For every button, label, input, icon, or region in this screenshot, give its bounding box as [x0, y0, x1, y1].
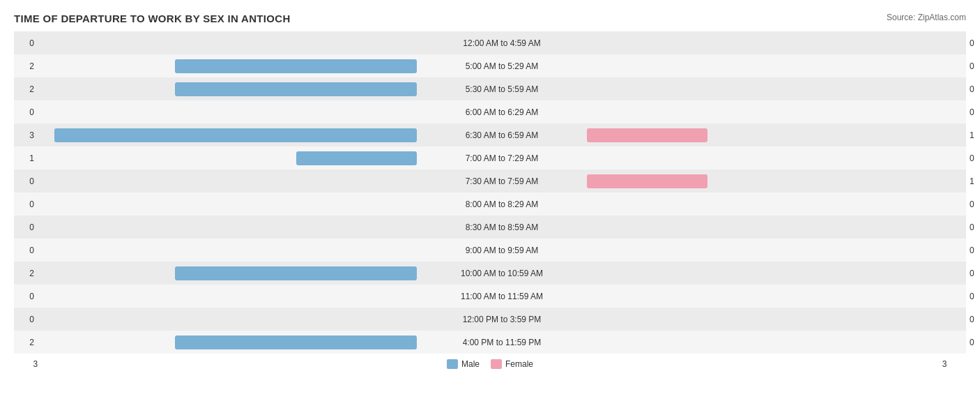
table-row: 1 7:00 AM to 7:29 AM 0 — [14, 146, 966, 169]
female-bar-container — [585, 151, 965, 165]
male-bar-container — [38, 151, 418, 165]
male-value: 0 — [14, 222, 38, 232]
male-bar-container — [38, 59, 418, 73]
male-value: 0 — [14, 176, 38, 186]
time-label: 5:30 AM to 5:59 AM — [418, 84, 585, 94]
male-bar-container — [38, 220, 418, 234]
legend-male-label: Male — [461, 359, 480, 369]
male-bar-container — [38, 243, 418, 257]
female-bar-container — [585, 82, 965, 96]
female-bar-container — [585, 266, 965, 280]
table-row: 2 4:00 PM to 11:59 PM 0 — [14, 331, 966, 354]
male-bar-container — [38, 82, 418, 96]
legend-female-label: Female — [505, 359, 533, 369]
female-value: 0 — [965, 246, 980, 255]
male-bar-container — [38, 128, 418, 142]
table-row: 0 6:00 AM to 6:29 AM 0 — [14, 100, 966, 123]
male-value: 2 — [14, 84, 38, 94]
male-bar — [296, 151, 417, 165]
time-label: 5:00 AM to 5:29 AM — [418, 61, 585, 71]
time-label: 7:30 AM to 7:59 AM — [418, 176, 585, 186]
time-label: 8:30 AM to 8:59 AM — [418, 222, 585, 232]
male-value: 2 — [14, 338, 38, 347]
table-row: 0 12:00 PM to 3:59 PM 0 — [14, 308, 966, 331]
male-bar-container — [38, 174, 418, 188]
table-row: 3 6:30 AM to 6:59 AM 1 — [14, 123, 966, 146]
male-value: 0 — [14, 38, 38, 48]
male-bar — [175, 335, 417, 349]
table-row: 0 12:00 AM to 4:59 AM 0 — [14, 31, 966, 54]
male-bar — [175, 82, 417, 96]
male-value: 0 — [14, 292, 38, 301]
footer-right-value: 3 — [942, 359, 966, 369]
chart-rows: 0 12:00 AM to 4:59 AM 0 2 5:00 AM to 5:2… — [14, 31, 966, 354]
male-bar — [175, 266, 417, 280]
time-label: 8:00 AM to 8:29 AM — [418, 199, 585, 209]
female-bar-container — [585, 289, 965, 303]
time-label: 10:00 AM to 10:59 AM — [418, 269, 585, 278]
legend-female-box — [491, 359, 502, 369]
time-label: 12:00 PM to 3:59 PM — [418, 315, 585, 324]
female-value: 1 — [965, 176, 980, 186]
chart-source: Source: ZipAtlas.com — [887, 13, 966, 22]
legend-female: Female — [491, 359, 533, 369]
female-bar-container — [585, 128, 965, 142]
male-bar-container — [38, 266, 418, 280]
legend: Male Female — [408, 359, 572, 369]
female-value: 0 — [965, 269, 980, 278]
female-value: 0 — [965, 61, 980, 71]
female-bar-container — [585, 197, 965, 211]
female-bar-container — [585, 335, 965, 349]
male-bar — [175, 59, 417, 73]
female-bar-container — [585, 220, 965, 234]
male-value: 0 — [14, 107, 38, 117]
female-value: 0 — [965, 199, 980, 209]
female-value: 0 — [965, 38, 980, 48]
table-row: 0 8:30 AM to 8:59 AM 0 — [14, 216, 966, 239]
legend-male-box — [447, 359, 458, 369]
time-label: 11:00 AM to 11:59 AM — [418, 292, 585, 301]
male-value: 1 — [14, 153, 38, 163]
chart-footer: 3 Male Female 3 — [14, 359, 966, 369]
table-row: 2 10:00 AM to 10:59 AM 0 — [14, 262, 966, 285]
chart-container: TIME OF DEPARTURE TO WORK BY SEX IN ANTI… — [0, 0, 980, 390]
male-bar-container — [38, 197, 418, 211]
chart-title: TIME OF DEPARTURE TO WORK BY SEX IN ANTI… — [14, 13, 291, 24]
male-bar-container — [38, 105, 418, 119]
female-bar — [587, 174, 707, 188]
time-label: 9:00 AM to 9:59 AM — [418, 246, 585, 255]
female-value: 0 — [965, 153, 980, 163]
table-row: 0 8:00 AM to 8:29 AM 0 — [14, 193, 966, 216]
female-bar-container — [585, 174, 965, 188]
female-bar-container — [585, 36, 965, 50]
female-bar-container — [585, 243, 965, 257]
time-label: 6:00 AM to 6:29 AM — [418, 107, 585, 117]
female-value: 0 — [965, 107, 980, 117]
male-value: 0 — [14, 199, 38, 209]
table-row: 0 11:00 AM to 11:59 AM 0 — [14, 285, 966, 308]
female-value: 0 — [965, 222, 980, 232]
chart-header: TIME OF DEPARTURE TO WORK BY SEX IN ANTI… — [14, 13, 966, 24]
table-row: 2 5:00 AM to 5:29 AM 0 — [14, 54, 966, 77]
table-row: 0 9:00 AM to 9:59 AM 0 — [14, 239, 966, 262]
female-bar — [587, 128, 707, 142]
female-bar-container — [585, 105, 965, 119]
time-label: 6:30 AM to 6:59 AM — [418, 130, 585, 140]
male-value: 2 — [14, 269, 38, 278]
male-bar-container — [38, 335, 418, 349]
table-row: 0 7:30 AM to 7:59 AM 1 — [14, 169, 966, 193]
time-label: 7:00 AM to 7:29 AM — [418, 153, 585, 163]
time-label: 12:00 AM to 4:59 AM — [418, 38, 585, 48]
male-value: 0 — [14, 315, 38, 324]
female-value: 1 — [965, 130, 980, 140]
female-value: 0 — [965, 338, 980, 347]
female-bar-container — [585, 59, 965, 73]
legend-male: Male — [447, 359, 480, 369]
female-value: 0 — [965, 292, 980, 301]
male-bar — [54, 128, 417, 142]
male-bar-container — [38, 36, 418, 50]
male-value: 0 — [14, 246, 38, 255]
male-bar-container — [38, 289, 418, 303]
table-row: 2 5:30 AM to 5:59 AM 0 — [14, 77, 966, 100]
female-value: 0 — [965, 315, 980, 324]
